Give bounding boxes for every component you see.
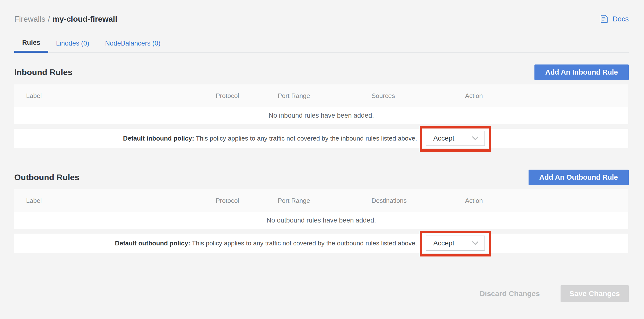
outbound-section-header: Outbound Rules Add An Outbound Rule <box>14 168 629 186</box>
inbound-rules-table: Label Protocol Port Range Sources Action… <box>14 84 628 148</box>
inbound-empty-row: No inbound rules have been added. <box>14 107 628 124</box>
footer-actions: Discard Changes Save Changes <box>469 285 629 302</box>
inbound-section-header: Inbound Rules Add An Inbound Rule <box>14 64 629 81</box>
outbound-column-destinations: Destinations <box>372 197 407 204</box>
firewall-detail-page: Firewalls / my-cloud-firewall Docs Rules… <box>0 0 644 319</box>
outbound-rules-table: Label Protocol Port Range Destinations A… <box>14 189 628 253</box>
outbound-empty-message: No outbound rules have been added. <box>266 216 376 224</box>
outbound-column-port-range: Port Range <box>278 197 310 204</box>
outbound-policy-label: Default outbound policy: <box>115 240 190 247</box>
outbound-policy-row: Default outbound policy: This policy app… <box>14 234 628 253</box>
inbound-policy-description: This policy applies to any traffic not c… <box>196 135 417 142</box>
inbound-column-sources: Sources <box>372 92 395 100</box>
outbound-policy-select[interactable]: Accept <box>426 236 485 251</box>
tab-nodebalancers[interactable]: NodeBalancers (0) <box>97 34 168 52</box>
save-changes-button[interactable]: Save Changes <box>560 285 629 302</box>
inbound-column-port-range: Port Range <box>278 92 310 100</box>
inbound-column-action: Action <box>465 92 483 100</box>
outbound-policy-selected-value: Accept <box>433 239 454 247</box>
inbound-column-protocol: Protocol <box>216 92 239 100</box>
outbound-table-header-row: Label Protocol Port Range Destinations A… <box>14 189 628 212</box>
inbound-row-gap <box>14 124 628 129</box>
breadcrumb-current-firewall: my-cloud-firewall <box>52 14 117 24</box>
add-outbound-rule-button[interactable]: Add An Outbound Rule <box>528 170 629 185</box>
outbound-rules-title: Outbound Rules <box>14 172 79 182</box>
inbound-policy-label: Default inbound policy: <box>123 135 194 142</box>
outbound-column-action: Action <box>465 197 483 204</box>
inbound-rules-title: Inbound Rules <box>14 68 72 77</box>
breadcrumb-firewalls-link[interactable]: Firewalls <box>14 14 45 24</box>
tab-linodes[interactable]: Linodes (0) <box>48 34 97 52</box>
discard-changes-button[interactable]: Discard Changes <box>469 290 551 298</box>
docs-link[interactable]: Docs <box>599 14 629 24</box>
inbound-column-label: Label <box>26 92 42 100</box>
inbound-empty-message: No inbound rules have been added. <box>268 112 374 120</box>
tab-bar: Rules Linodes (0) NodeBalancers (0) <box>14 34 629 53</box>
chevron-down-icon <box>472 136 478 140</box>
outbound-column-label: Label <box>26 197 42 204</box>
outbound-column-protocol: Protocol <box>216 197 239 204</box>
inbound-policy-text: Default inbound policy: This policy appl… <box>123 135 417 142</box>
outbound-policy-text: Default outbound policy: This policy app… <box>115 240 417 247</box>
breadcrumb-separator: / <box>48 14 50 24</box>
inbound-policy-row: Default inbound policy: This policy appl… <box>14 129 628 148</box>
tab-rules[interactable]: Rules <box>14 34 48 53</box>
inbound-policy-selected-value: Accept <box>433 134 454 142</box>
docs-label: Docs <box>612 15 629 23</box>
outbound-row-gap <box>14 229 628 234</box>
top-bar: Firewalls / my-cloud-firewall Docs <box>14 13 629 25</box>
outbound-empty-row: No outbound rules have been added. <box>14 212 628 229</box>
add-inbound-rule-button[interactable]: Add An Inbound Rule <box>534 64 629 80</box>
inbound-table-header-row: Label Protocol Port Range Sources Action <box>14 84 628 107</box>
outbound-policy-description: This policy applies to any traffic not c… <box>192 240 417 247</box>
chevron-down-icon <box>472 241 478 246</box>
inbound-policy-select[interactable]: Accept <box>426 131 485 146</box>
breadcrumb: Firewalls / my-cloud-firewall <box>14 14 117 24</box>
docs-icon <box>599 14 609 24</box>
